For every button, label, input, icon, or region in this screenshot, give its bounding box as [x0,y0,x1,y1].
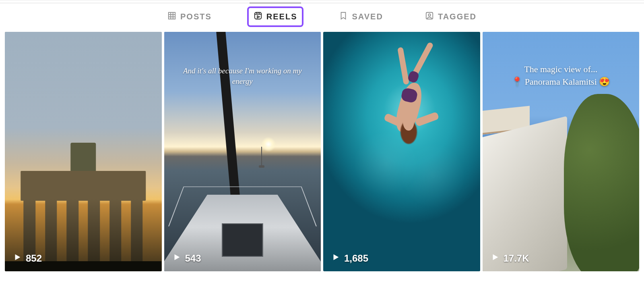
view-count-value: 543 [185,253,201,264]
svg-marker-14 [334,254,339,260]
play-icon [172,253,181,264]
tab-label: TAGGED [438,12,477,21]
reels-icon [254,11,262,22]
view-count-value: 17.7K [504,253,529,264]
tab-posts[interactable]: POSTS [163,9,216,25]
reel-thumbnail[interactable]: 852 [5,32,162,271]
reel-caption: And it's all because I'm working on my e… [164,66,321,86]
grid-icon [167,11,176,22]
play-icon [13,253,22,264]
view-count: 1,685 [331,253,368,264]
tab-label: REELS [266,12,297,21]
tagged-icon [425,11,434,22]
reel-thumbnail[interactable]: 1,685 [323,32,480,271]
bookmark-icon [339,11,348,22]
reel-caption: The magic view of...📍 Panorama Kalamitsi… [483,63,640,88]
tab-label: POSTS [180,12,212,21]
svg-marker-13 [174,254,180,260]
view-count: 17.7K [491,253,529,264]
svg-marker-12 [15,254,21,260]
reel-thumbnail[interactable]: The magic view of...📍 Panorama Kalamitsi… [483,32,640,271]
svg-rect-0 [169,12,175,19]
svg-marker-15 [493,254,498,260]
profile-tabs: POSTS REELS SAVED TAGGED [0,3,644,32]
play-icon [491,253,500,264]
tab-label: SAVED [352,12,383,21]
top-divider [0,0,644,0]
reel-thumbnail[interactable]: And it's all because I'm working on my e… [164,32,321,271]
view-count-value: 1,685 [344,253,368,264]
view-count-value: 852 [26,253,42,264]
view-count: 852 [13,253,42,264]
tab-saved[interactable]: SAVED [335,9,387,25]
reels-grid: 852 And it's all because I'm working on … [0,32,644,271]
tab-tagged[interactable]: TAGGED [421,9,481,25]
play-icon [331,253,340,264]
svg-marker-9 [257,16,260,18]
view-count: 543 [172,253,201,264]
tab-reels[interactable]: REELS [250,9,301,25]
svg-point-11 [428,14,431,16]
